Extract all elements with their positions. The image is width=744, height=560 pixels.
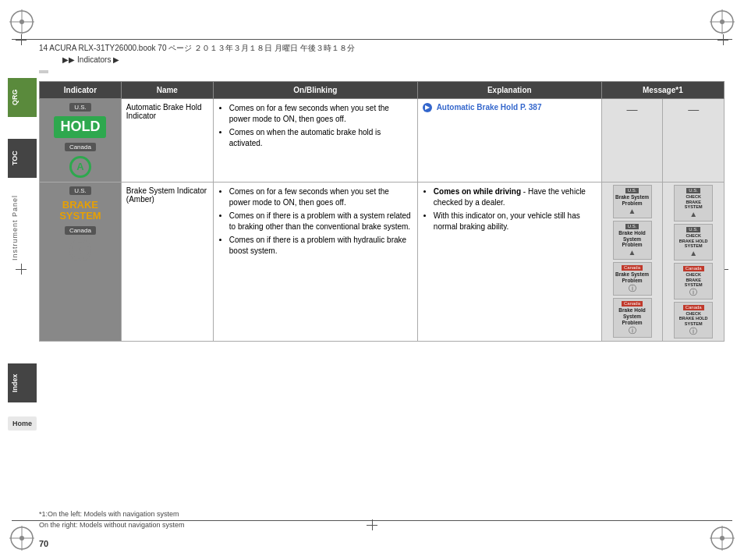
svg-point-3 — [19, 19, 24, 24]
name-cell-brake-system: Brake System Indicator (Amber) — [121, 182, 213, 341]
message-cell-brake-hold-right: — — [663, 99, 725, 183]
crosshair-top-right — [717, 34, 728, 45]
message-dash-left: — — [627, 103, 638, 115]
msg-icon-r1: ▲ — [676, 210, 710, 219]
header-bar: 14 ACURA RLX-31TY26000.book 70 ページ ２０１３年… — [39, 43, 705, 57]
message-row-r4: Canada CHECKBRAKE HOLDSYSTEM ⓘ — [665, 302, 721, 338]
label-us-1: U.S. — [625, 188, 639, 193]
msg-icon-1: ▲ — [615, 207, 650, 216]
indicator-cell-brake-hold: U.S. HOLD Canada A — [40, 99, 122, 183]
col-header-on-blinking: On/Blinking — [213, 82, 417, 99]
on-blinking-list-brake-system: Comes on for a few seconds when you set … — [218, 186, 413, 257]
msg-icon-r2: ▲ — [676, 249, 710, 258]
list-item: Comes on for a few seconds when you set … — [229, 103, 413, 125]
header-text: 14 ACURA RLX-31TY26000.book 70 ページ ２０１３年… — [39, 43, 705, 54]
message-row-r1: U.S. CHECKBRAKESYSTEM ▲ — [665, 185, 721, 222]
check-text-r3: CHECKBRAKESYSTEM — [676, 272, 710, 288]
main-content-area: Indicator Name On/Blinking Explanation M… — [39, 70, 725, 513]
name-cell-brake-hold: Automatic Brake Hold Indicator — [121, 99, 213, 183]
message-row-3: Canada Brake SystemProblem ⓘ — [604, 262, 661, 296]
list-item: With this indicator on, your vehicle sti… — [434, 211, 597, 232]
us-label-brake: U.S. — [69, 186, 91, 195]
check-text-r1: CHECKBRAKESYSTEM — [676, 194, 710, 210]
message-row-1: U.S. Brake SystemProblem ▲ — [604, 185, 661, 218]
footer-note: *1:On the left: Models with navigation s… — [39, 509, 185, 530]
message-box-us-check-brake-hold: U.S. CHECKBRAKE HOLDSYSTEM ▲ — [674, 224, 713, 261]
msg-icon-2: ▲ — [615, 248, 650, 257]
check-text-r4: CHECKBRAKE HOLDSYSTEM — [676, 311, 710, 327]
sidebar-instrument-panel-label: Instrument Panel — [8, 192, 37, 264]
msg-title-4: Brake Hold SystemProblem — [615, 307, 650, 325]
label-us-2: U.S. — [625, 224, 639, 229]
message-box-us-brake-system: U.S. Brake SystemProblem ▲ — [613, 185, 652, 218]
brake-system-indicator-graphic: U.S. BRAKESYSTEM Canada ! — [44, 186, 116, 262]
list-item: Comes on while driving - Have the vehicl… — [434, 186, 597, 208]
explanation-list-brake-system: Comes on while driving - Have the vehicl… — [423, 186, 597, 232]
message-box-canada-brake-system: Canada Brake SystemProblem ⓘ — [613, 262, 652, 296]
label-canada-2: Canada — [622, 301, 643, 307]
breadcrumb: ▶▶ Indicators ▶ — [62, 55, 119, 64]
message-box-canada-check-brake: Canada CHECKBRAKESYSTEM ⓘ — [674, 263, 713, 299]
sidebar-tab-index[interactable]: Index — [8, 363, 37, 402]
label-us-r1: U.S. — [686, 188, 700, 193]
indicator-cell-brake-system: U.S. BRAKESYSTEM Canada ! — [40, 182, 122, 341]
msg-icon-3: ⓘ — [615, 284, 650, 293]
sidebar-tab-qrg[interactable]: QRG — [8, 78, 37, 117]
canada-label-brake: Canada — [65, 226, 96, 235]
message-cell-brake-system-left: U.S. Brake SystemProblem ▲ U.S. Brake Ho… — [601, 182, 663, 341]
explanation-link-text[interactable]: Automatic Brake Hold P. 387 — [437, 103, 542, 112]
msg-icon-4: ⓘ — [615, 326, 650, 335]
canada-icon-hold: A — [69, 156, 91, 178]
label-canada-r2: Canada — [683, 305, 704, 310]
list-item: Comes on when the automatic brake hold i… — [229, 127, 413, 149]
label-canada-r1: Canada — [683, 266, 704, 271]
msg-title-3: Brake SystemProblem — [615, 271, 650, 284]
sidebar: QRG TOC Instrument Panel Index Home — [8, 78, 37, 431]
message-cell-brake-hold-left: — — [601, 99, 663, 183]
explanation-cell-brake-system: Comes on while driving - Have the vehicl… — [417, 182, 601, 341]
col-header-name: Name — [121, 82, 213, 99]
msg-icon-r4: ⓘ — [676, 327, 710, 336]
us-label-hold: U.S. — [69, 103, 91, 112]
message-box-us-brake-hold-system: U.S. Brake Hold SystemProblem ▲ — [613, 221, 652, 261]
message-row-2: U.S. Brake Hold SystemProblem ▲ — [604, 221, 661, 261]
list-item: Comes on if there is a problem with a sy… — [229, 211, 413, 232]
message-images-right: U.S. CHECKBRAKESYSTEM ▲ U.S. CHECKBRAKE … — [665, 185, 721, 338]
message-images-left: U.S. Brake SystemProblem ▲ U.S. Brake Ho… — [604, 185, 661, 338]
hold-box: HOLD — [54, 116, 106, 138]
explanation-cell-brake-hold: ▶ Automatic Brake Hold P. 387 — [417, 99, 601, 183]
corner-decoration-tr — [707, 6, 738, 37]
on-blinking-cell-brake-hold: Comes on for a few seconds when you set … — [213, 99, 417, 183]
svg-point-15 — [720, 536, 725, 541]
brake-text: BRAKESYSTEM — [59, 200, 101, 222]
msg-title-2: Brake Hold SystemProblem — [615, 230, 650, 248]
canada-label-hold: Canada — [65, 143, 96, 151]
page-container: 14 ACURA RLX-31TY26000.book 70 ページ ２０１３年… — [0, 0, 744, 560]
corner-decoration-br — [707, 523, 738, 554]
message-dash-right: — — [688, 103, 699, 115]
message-row-4: Canada Brake Hold SystemProblem ⓘ — [604, 298, 661, 338]
col-header-indicator: Indicator — [40, 82, 122, 99]
table-row-brake-hold: U.S. HOLD Canada A Automatic Brake Hold … — [40, 99, 725, 183]
sidebar-tab-home[interactable]: Home — [8, 416, 37, 431]
message-box-us-check-brake: U.S. CHECKBRAKESYSTEM ▲ — [674, 185, 713, 222]
top-border-line — [12, 39, 732, 40]
indicators-table: Indicator Name On/Blinking Explanation M… — [39, 81, 725, 342]
label-us-r2: U.S. — [686, 227, 700, 232]
col-header-explanation: Explanation — [417, 82, 601, 99]
list-item: Comes on for a few seconds when you set … — [229, 186, 413, 208]
sidebar-tab-toc[interactable]: TOC — [8, 139, 37, 178]
on-blinking-cell-brake-system: Comes on for a few seconds when you set … — [213, 182, 417, 341]
breadcrumb-suffix: ▶ — [113, 55, 119, 64]
message-row-r2: U.S. CHECKBRAKE HOLDSYSTEM ▲ — [665, 224, 721, 261]
corner-decoration-bl — [6, 523, 37, 554]
hold-indicator-graphic: U.S. HOLD Canada A — [44, 103, 116, 178]
crosshair-top-left — [16, 34, 27, 45]
breadcrumb-text: Indicators — [77, 55, 111, 64]
message-box-canada-check-brake-hold: Canada CHECKBRAKE HOLDSYSTEM ⓘ — [674, 302, 713, 338]
corner-decoration-tl — [6, 6, 37, 37]
crosshair-bottom-mid — [367, 519, 377, 530]
message-box-canada-brake-hold-system: Canada Brake Hold SystemProblem ⓘ — [613, 298, 652, 338]
breadcrumb-prefix: ▶▶ — [62, 55, 75, 64]
msg-title-1: Brake SystemProblem — [615, 194, 650, 207]
